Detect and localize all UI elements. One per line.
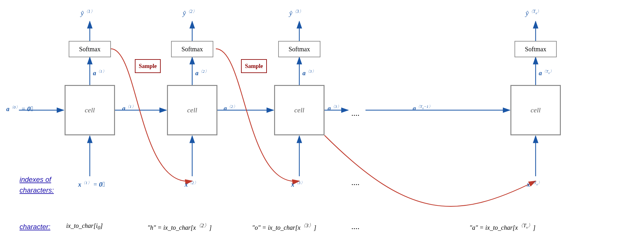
code-3: "o" = ix_to_char[x〈3〉] — [252, 222, 316, 231]
xTx-label: x〈Tx〉 — [527, 180, 542, 188]
dots-bottom1: .... — [351, 178, 359, 187]
code-2: "h" = ix_to_char[x〈2〉] — [147, 222, 212, 231]
a1-up-label: a〈1〉 — [93, 69, 106, 77]
a2-horiz-label: a〈2〉 — [224, 104, 237, 112]
yhat-1-label: ŷ〈1〉 — [81, 9, 95, 17]
x2-label: x〈2〉 — [185, 180, 198, 188]
softmax-1: Softmax — [69, 41, 111, 57]
indexes-of-label: indexes of — [20, 176, 51, 184]
a2-up-label: a〈2〉 — [195, 69, 209, 77]
characters-label: characters: — [20, 186, 54, 194]
a3-horiz-label: a〈3〉 — [328, 104, 341, 112]
a1-horiz-label: a〈1〉 — [122, 104, 136, 112]
x1-label: x〈1〉 = 0⃗ — [78, 180, 105, 189]
softmax-3: Softmax — [278, 41, 320, 57]
character-label: character: — [20, 223, 50, 231]
yhat-tx-label: ŷ〈Tx〉 — [526, 9, 541, 17]
sample-2: Sample — [241, 59, 267, 73]
dots-bottom2: .... — [351, 222, 359, 231]
softmax-2: Softmax — [171, 41, 213, 57]
cell-1: cell — [65, 85, 115, 135]
aTxm1-horiz-label: a〈Tx−1〉 — [413, 104, 433, 112]
a0-label: a〈0〉 = 0⃗ — [6, 104, 33, 113]
code-4: "a" = ix_to_char[x〈Tx〉] — [469, 222, 536, 231]
dots-middle: .... — [351, 109, 359, 118]
code-1: ix_to_char[i0] — [66, 222, 103, 231]
x3-label: x〈3〉 — [291, 180, 305, 188]
cell-3: cell — [274, 85, 325, 135]
cell-4: cell — [510, 85, 561, 135]
sample-1: Sample — [135, 59, 161, 73]
yhat-2-label: ŷ〈2〉 — [183, 9, 197, 17]
a3-up-label: a〈3〉 — [302, 69, 316, 77]
cell-2: cell — [167, 85, 217, 135]
yhat-3-label: ŷ〈3〉 — [289, 9, 303, 17]
diagram-container: cell cell cell cell Softmax Softmax Soft… — [0, 0, 644, 248]
aTx-up-label: a〈Tx〉 — [539, 69, 554, 77]
softmax-4: Softmax — [515, 41, 557, 57]
